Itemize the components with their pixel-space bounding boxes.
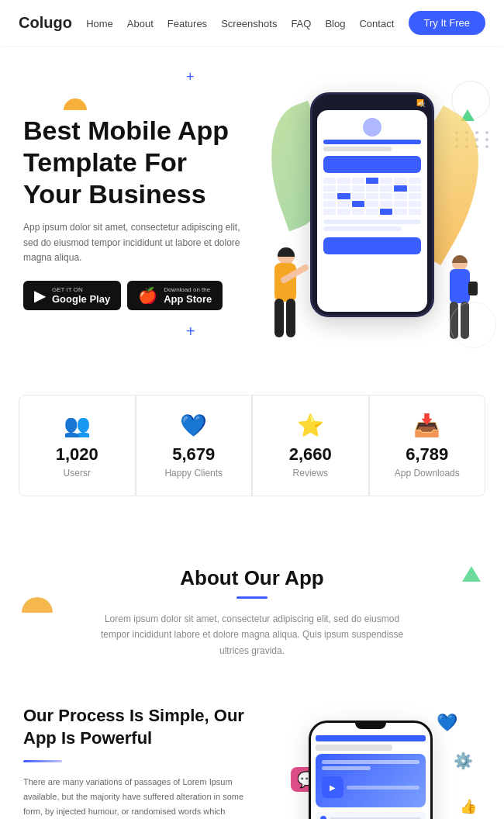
google-play-icon: ▶ xyxy=(34,286,46,305)
phone2-header-bar xyxy=(316,735,426,741)
phone-status-bar: 📶 xyxy=(312,95,432,110)
star-icon: ⭐ xyxy=(261,413,361,438)
deco-plus-bottom: + xyxy=(186,323,195,340)
hero-left: Best Mobile App Template For Your Busine… xyxy=(23,115,248,310)
apple-icon: 🍎 xyxy=(138,286,157,305)
main-phone: 📶 ✕ xyxy=(310,92,434,317)
phone2-card-action xyxy=(322,773,419,801)
phone2-screen xyxy=(311,732,430,819)
google-play-button[interactable]: ▶ GET IT ON Google Play xyxy=(23,281,121,310)
phone2-list-section xyxy=(316,812,426,819)
phone2-progress-bar xyxy=(347,786,419,790)
phone-bottom-bar xyxy=(323,237,421,254)
gear-float-icon-2: ⚙️ xyxy=(454,752,473,770)
nav-blog[interactable]: Blog xyxy=(325,18,345,29)
phone2-mockup xyxy=(309,721,433,819)
phone2-card xyxy=(316,754,426,807)
phone-calendar-grid xyxy=(323,178,421,215)
nav-about[interactable]: About xyxy=(127,18,154,29)
hero-title: Best Mobile App Template For Your Busine… xyxy=(23,115,248,209)
nav-faq[interactable]: FAQ xyxy=(291,18,311,29)
try-free-button[interactable]: Try It Free xyxy=(409,11,485,35)
hero-buttons: ▶ GET IT ON Google Play 🍎 Download on th… xyxy=(23,281,248,310)
app-store-text: Download on the App Store xyxy=(164,286,212,305)
stat-users: 👥 1,020 Usersr xyxy=(19,395,136,496)
heart-float-icon: 💙 xyxy=(437,713,457,733)
phone2-dot-1 xyxy=(320,816,326,819)
users-icon: 👥 xyxy=(27,413,127,438)
phone-close-btn: ✕ xyxy=(419,101,426,109)
phone-bar-1 xyxy=(323,140,421,144)
nav-links: Home About Features Screenshots FAQ Blog… xyxy=(86,16,394,30)
process-underline xyxy=(23,760,62,762)
about-deco-semi xyxy=(22,597,53,613)
hero-illustration: 📶 ✕ xyxy=(264,85,481,340)
phone-bar-4 xyxy=(323,226,402,231)
stat-label-0: Usersr xyxy=(27,468,127,479)
nav-contact[interactable]: Contact xyxy=(359,18,394,29)
stats-section: 👥 1,020 Usersr 💙 5,679 Happy Clients ⭐ 2… xyxy=(0,371,504,520)
phone2-sub-bar xyxy=(316,745,392,751)
thumb-up-icon: 👍 xyxy=(460,798,477,815)
deco-plus-1: + xyxy=(186,69,195,85)
character-woman xyxy=(264,247,306,340)
phone2-list-item-1 xyxy=(316,812,426,819)
phone-screen-content xyxy=(317,110,427,312)
nav-features[interactable]: Features xyxy=(167,18,207,29)
stat-downloads: 📥 6,789 App Downloads xyxy=(369,395,486,496)
phone2-play-btn xyxy=(322,776,343,798)
phone-cta-bar xyxy=(323,156,421,173)
download-icon: 📥 xyxy=(378,413,478,438)
process-title: Our Process Is Simple, Our App Is Powerf… xyxy=(23,705,244,749)
phone-bar-3 xyxy=(323,219,421,224)
google-play-text: GET IT ON Google Play xyxy=(52,286,110,305)
heart-icon: 💙 xyxy=(144,413,244,438)
stat-label-3: App Downloads xyxy=(378,468,478,479)
hero-subtitle: App ipsum dolor sit amet, consectetur ad… xyxy=(23,220,248,265)
hero-section: + Best Mobile App Template For Your Busi… xyxy=(0,46,504,364)
about-section: About Our App Lorem ipsum dolor sit amet… xyxy=(0,527,504,682)
stat-num-2: 2,660 xyxy=(261,444,361,465)
stat-num-3: 6,789 xyxy=(378,444,478,465)
process-left: Our Process Is Simple, Our App Is Powerf… xyxy=(23,705,244,819)
stat-num-0: 1,020 xyxy=(27,444,127,465)
stat-label-2: Reviews xyxy=(261,468,361,479)
process-illustration: 💙 ⚙️ ⚙️ ⚙️ 👍 💬 xyxy=(260,705,481,819)
stat-num-1: 5,679 xyxy=(144,444,244,465)
logo: Colugo xyxy=(19,14,72,32)
about-deco-triangle xyxy=(462,566,481,582)
navbar: Colugo Home About Features Screenshots F… xyxy=(0,0,504,46)
phone2-card-line-1 xyxy=(322,760,419,764)
about-subtitle: Lorem ipsum dolor sit amet, consectetur … xyxy=(89,611,415,658)
app-store-button[interactable]: 🍎 Download on the App Store xyxy=(127,281,223,310)
nav-home[interactable]: Home xyxy=(86,18,113,29)
deco-semi xyxy=(64,98,87,110)
process-text-1: There are many variations of passages of… xyxy=(23,775,244,819)
phone2-card-line-2 xyxy=(322,766,371,770)
phone-bar-2 xyxy=(323,147,392,151)
stat-reviews: ⭐ 2,660 Reviews xyxy=(252,395,369,496)
stat-clients: 💙 5,679 Happy Clients xyxy=(136,395,253,496)
about-title: About Our App xyxy=(31,566,473,590)
about-underline xyxy=(236,596,268,599)
deco-circle-bottom xyxy=(450,302,496,348)
stat-label-1: Happy Clients xyxy=(144,468,244,479)
process-section: Our Process Is Simple, Our App Is Powerf… xyxy=(0,682,504,819)
phone-illustration: 📶 ✕ xyxy=(264,85,481,340)
phone2-notch xyxy=(355,723,386,729)
nav-screenshots[interactable]: Screenshots xyxy=(221,18,277,29)
phone-avatar xyxy=(363,118,381,136)
